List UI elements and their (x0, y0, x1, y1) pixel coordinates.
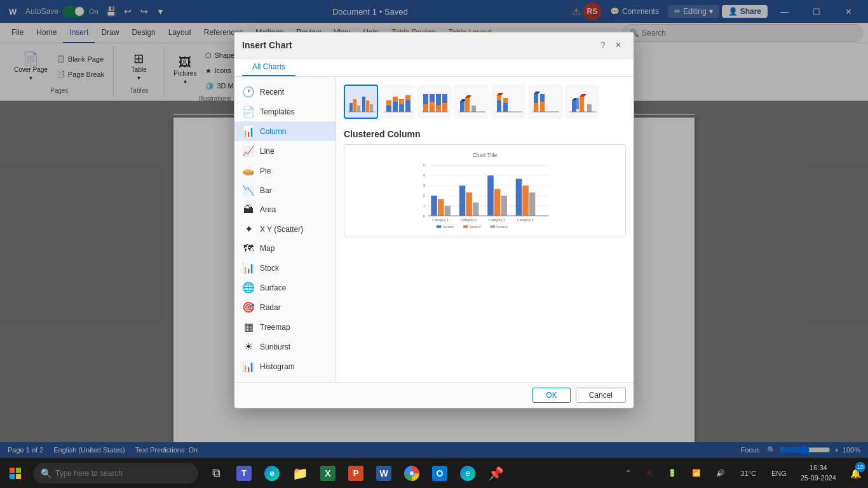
svg-rect-3 (353, 99, 356, 112)
svg-text:Category 1: Category 1 (432, 218, 449, 222)
language-value: ENG (771, 470, 787, 477)
task-view-button[interactable]: ⧉ (203, 461, 229, 486)
chart-type-3d-col[interactable] (565, 85, 599, 119)
chart-type-clustered-col[interactable] (344, 85, 378, 119)
word-app-icon: W (376, 466, 391, 481)
edge-button[interactable]: e (259, 461, 285, 486)
chart-main: Clustered Column Chart Title 0 1 2 3 4 5 (336, 77, 634, 382)
svg-rect-33 (497, 100, 501, 112)
temperature-value: 31°C (740, 470, 756, 477)
sticky-notes-icon: 📌 (488, 466, 504, 481)
chart-nav: 🕐 Recent 📄 Templates 📊 Column 📈 Line 🥧 (234, 77, 336, 382)
powerpoint-icon: P (348, 466, 363, 481)
nav-sunburst[interactable]: ☀ Sunburst (234, 337, 336, 356)
chrome-button[interactable] (399, 461, 424, 486)
svg-rect-89 (16, 468, 21, 473)
svg-rect-10 (386, 100, 391, 105)
chevron-up-icon: ⌃ (625, 469, 631, 477)
sticky-notes-button[interactable]: 📌 (483, 461, 508, 486)
start-button[interactable] (0, 458, 31, 489)
excel-button[interactable]: X (315, 461, 341, 486)
svg-rect-29 (465, 98, 470, 112)
nav-map[interactable]: 🗺 Map (234, 239, 336, 258)
svg-rect-82 (437, 226, 441, 228)
dialog-help-button[interactable]: ? (595, 37, 611, 53)
svg-rect-75 (522, 186, 529, 216)
nav-column[interactable]: 📊 Column (234, 121, 336, 141)
nav-area[interactable]: 🏔 Area (234, 200, 336, 219)
svg-text:Category 2: Category 2 (461, 218, 477, 222)
svg-rect-13 (399, 104, 404, 112)
nav-map-label: Map (260, 244, 275, 253)
svg-text:4: 4 (423, 173, 425, 177)
svg-rect-72 (494, 189, 501, 215)
network-area[interactable]: 📶 (684, 458, 709, 488)
nav-surface[interactable]: 🌐 Surface (234, 278, 336, 297)
svg-text:Series2: Series2 (470, 225, 481, 229)
svg-rect-37 (503, 98, 508, 103)
nav-histogram-label: Histogram (260, 362, 295, 371)
nav-recent[interactable]: 🕐 Recent (234, 82, 336, 102)
templates-icon: 📄 (242, 105, 255, 118)
nav-histogram[interactable]: 📊 Histogram (234, 356, 336, 376)
svg-marker-49 (580, 94, 587, 97)
powerpoint-button[interactable]: P (343, 461, 369, 486)
insert-chart-dialog: Insert Chart ? ✕ All Charts 🕐 Recent 📄 T… (234, 32, 634, 409)
chart-type-3d-100pct[interactable] (528, 85, 562, 119)
stock-icon: 📊 (242, 262, 255, 274)
nav-treemap[interactable]: ▦ Treemap (234, 317, 336, 337)
svg-text:1: 1 (423, 204, 425, 208)
chart-preview: Chart Title 0 1 2 3 4 5 (344, 144, 626, 236)
edge2-button[interactable]: e (455, 461, 480, 486)
outlook-button[interactable]: O (427, 461, 452, 486)
svg-rect-27 (460, 102, 465, 112)
svg-text:Series1: Series1 (442, 225, 454, 229)
nav-line[interactable]: 📈 Line (234, 141, 336, 161)
teams-button[interactable]: T (231, 461, 257, 486)
chart-type-3d-clustered[interactable] (454, 85, 489, 119)
svg-rect-50 (587, 104, 592, 112)
taskbar-search-input[interactable] (55, 469, 170, 478)
chart-tabs: All Charts (234, 58, 634, 77)
line-icon: 📈 (242, 145, 255, 157)
svg-rect-34 (497, 95, 501, 100)
chart-type-100pct-col[interactable] (417, 85, 452, 119)
notifications-button[interactable]: 🔔 10 (843, 458, 868, 489)
nav-templates[interactable]: 📄 Templates (234, 102, 336, 121)
pie-icon: 🥧 (242, 165, 255, 177)
chart-type-stacked-col[interactable] (381, 85, 415, 119)
ok-button[interactable]: OK (532, 388, 570, 403)
language-area[interactable]: ENG (764, 458, 794, 488)
word-app-button[interactable]: W (371, 461, 397, 486)
system-tray[interactable]: ⌃ (618, 458, 639, 488)
sunburst-icon: ☀ (242, 341, 255, 353)
wifi-icon: 📶 (692, 469, 701, 477)
chart-type-3d-stacked[interactable] (491, 85, 526, 119)
nav-pie[interactable]: 🥧 Pie (234, 161, 336, 180)
nav-bar[interactable]: 📉 Bar (234, 180, 336, 200)
chart-tab-all[interactable]: All Charts (242, 58, 295, 76)
taskbar-search-box: 🔍 (33, 463, 198, 484)
dialog-title: Insert Chart (242, 40, 595, 50)
nav-box-whisker[interactable]: ⊟ Box & Whisker (234, 376, 336, 382)
surface-icon: 🌐 (242, 281, 255, 294)
clock-area[interactable]: 16:34 25-09-2024 (794, 458, 843, 488)
nav-xy-scatter[interactable]: ✦ X Y (Scatter) (234, 219, 336, 239)
cancel-button[interactable]: Cancel (576, 388, 626, 403)
onedrive-warning[interactable]: ⚠ (639, 458, 660, 488)
nav-radar[interactable]: 🎯 Radar (234, 297, 336, 317)
svg-rect-69 (466, 193, 472, 216)
nav-sunburst-label: Sunburst (260, 342, 290, 351)
svg-rect-68 (459, 186, 466, 216)
outlook-icon: O (432, 466, 447, 481)
dialog-close-button[interactable]: ✕ (611, 37, 626, 53)
nav-stock[interactable]: 📊 Stock (234, 258, 336, 278)
svg-text:Category 4: Category 4 (517, 218, 534, 222)
battery-area[interactable]: 🔋 (660, 458, 684, 488)
nav-treemap-label: Treemap (260, 323, 290, 332)
nav-bar-label: Bar (260, 186, 272, 195)
dialog-title-bar: Insert Chart ? ✕ (234, 32, 634, 58)
temperature-area[interactable]: 31°C (733, 458, 764, 488)
file-explorer-button[interactable]: 📁 (287, 461, 313, 486)
volume-area[interactable]: 🔊 (709, 458, 733, 488)
